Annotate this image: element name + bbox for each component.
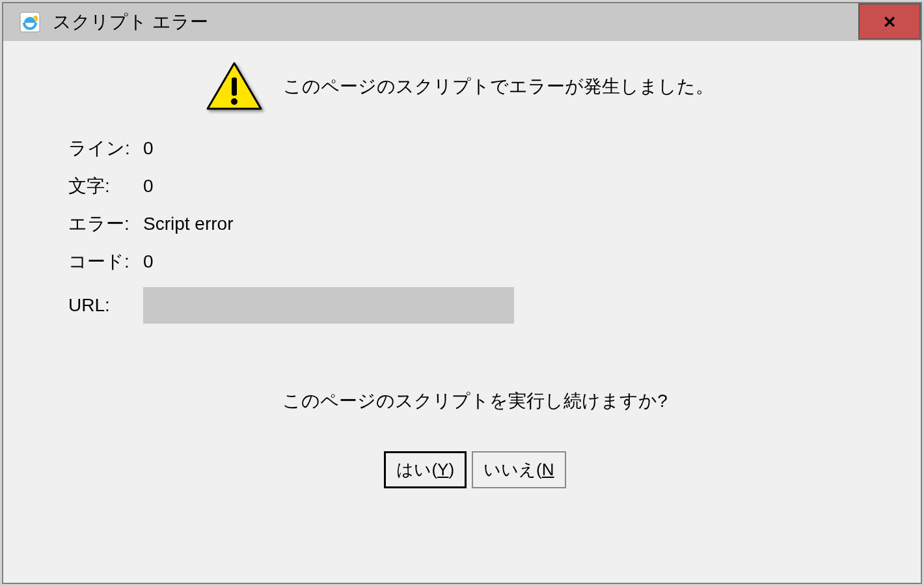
continue-prompt: このページのスクリプトを実行し続けますか? (68, 389, 882, 413)
detail-char: 文字: 0 (68, 174, 882, 199)
script-error-dialog: スクリプト エラー × このページのスクリプトでエラーが発生しました。 ライン:… (2, 2, 922, 584)
char-label: 文字: (68, 174, 143, 199)
error-message: このページのスクリプトでエラーが発生しました。 (283, 74, 714, 99)
error-label: エラー: (68, 212, 143, 236)
code-value: 0 (143, 251, 154, 272)
line-label: ライン: (68, 136, 143, 161)
char-value: 0 (143, 176, 154, 197)
line-value: 0 (143, 138, 154, 159)
warning-icon (205, 61, 264, 113)
titlebar: スクリプト エラー × (3, 3, 921, 41)
detail-line: ライン: 0 (68, 136, 882, 161)
detail-url: URL: (68, 287, 882, 324)
url-label: URL: (68, 295, 143, 316)
detail-error: エラー: Script error (68, 212, 882, 236)
button-row: はい(Y) いいえ(N (68, 451, 882, 488)
yes-button[interactable]: はい(Y) (384, 451, 467, 488)
error-value: Script error (143, 214, 233, 234)
code-label: コード: (68, 249, 143, 274)
close-button[interactable]: × (858, 3, 921, 40)
dialog-title: スクリプト エラー (53, 10, 208, 35)
error-header: このページのスクリプトでエラーが発生しました。 (68, 61, 882, 113)
dialog-content: このページのスクリプトでエラーが発生しました。 ライン: 0 文字: 0 エラー… (3, 41, 921, 508)
ie-icon (19, 11, 41, 33)
close-icon: × (884, 11, 896, 32)
no-button[interactable]: いいえ(N (472, 451, 565, 488)
svg-rect-1 (232, 77, 237, 96)
url-value (143, 287, 514, 324)
error-details: ライン: 0 文字: 0 エラー: Script error コード: 0 UR… (68, 136, 882, 324)
detail-code: コード: 0 (68, 249, 882, 274)
svg-point-2 (231, 98, 238, 105)
